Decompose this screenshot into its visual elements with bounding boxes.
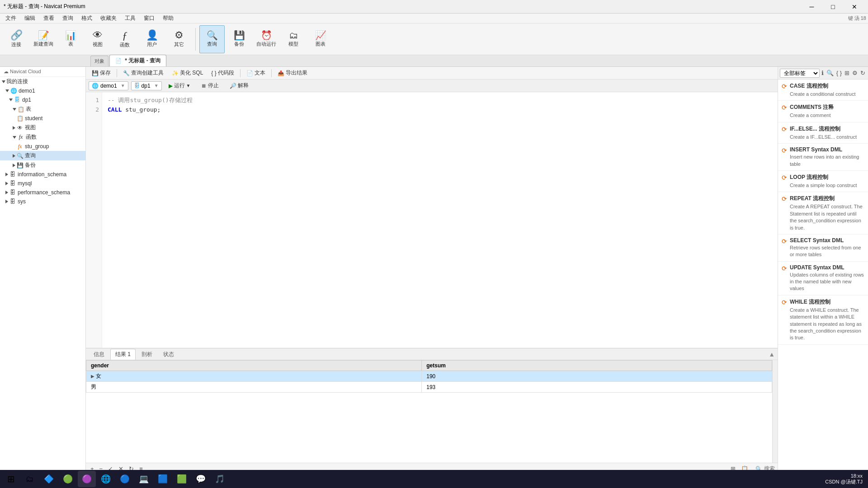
code-content[interactable]: -- 调用stu_group()存储过程 CALL stu_group; xyxy=(102,92,778,348)
taskbar-item2[interactable]: 🔷 xyxy=(40,471,58,487)
toolbar-other[interactable]: ⚙ 其它 xyxy=(166,25,192,53)
snippet-select[interactable]: ⟳ SELECT Syntax DML Retrieve rows select… xyxy=(778,235,868,262)
result-tab-profiling[interactable]: 剖析 xyxy=(137,349,157,360)
taskbar-item10[interactable]: 💬 xyxy=(192,471,210,487)
toolbar-view[interactable]: 👁 视图 xyxy=(85,25,110,53)
sidebar-info-schema[interactable]: 🗄 information_schema xyxy=(0,170,85,179)
toolbar-schedule[interactable]: ⏰ 自动运行 xyxy=(254,25,279,53)
taskbar-browser[interactable]: 🌐 xyxy=(97,471,115,487)
code-editor[interactable]: 1 2 -- 调用stu_group()存储过程 CALL stu_group; xyxy=(86,92,778,348)
taskbar-item7[interactable]: 💻 xyxy=(135,471,153,487)
close-button[interactable]: ✕ xyxy=(844,0,864,14)
taskbar-item8[interactable]: 🟦 xyxy=(154,471,172,487)
snippet-while[interactable]: ⟳ WHILE 流程控制 Create a WHILE construct. T… xyxy=(778,296,868,345)
run-button[interactable]: ▶ 运行 ▼ xyxy=(165,80,195,91)
result-scroll-up[interactable]: ▲ xyxy=(769,351,775,358)
snippet-info-while: WHILE 流程控制 Create a WHILE construct. The… xyxy=(790,298,864,342)
toolbar-connect[interactable]: 🔗 连接 xyxy=(4,25,29,53)
sidebar-table-group[interactable]: 📋 表 xyxy=(0,104,85,114)
tab-query[interactable]: 📄 * 无标题 - 查询 xyxy=(109,55,166,66)
result-tab-status[interactable]: 状态 xyxy=(158,349,179,360)
snippet-update[interactable]: ⟳ UPDATE Syntax DML Updates columns of e… xyxy=(778,262,868,296)
rp-grid-icon[interactable]: ⊞ xyxy=(844,69,850,77)
table-row[interactable]: ▶ 女190 xyxy=(86,371,772,382)
menu-file[interactable]: 文件 xyxy=(2,14,20,23)
snippet-button[interactable]: { } 代码段 xyxy=(208,68,237,78)
taskbar-item6[interactable]: 🔵 xyxy=(116,471,134,487)
snippet-filter-select[interactable]: 全部标签 xyxy=(780,69,820,78)
taskbar-item4[interactable]: 🟣 xyxy=(78,471,96,487)
menu-edit[interactable]: 编辑 xyxy=(21,14,39,23)
beautify-button[interactable]: ✨ 美化 SQL xyxy=(169,68,206,78)
taskbar-item3[interactable]: 🟢 xyxy=(59,471,77,487)
snippet-case[interactable]: ⟳ CASE 流程控制 Create a conditional constru… xyxy=(778,80,868,101)
text-button[interactable]: 📄 文本 xyxy=(243,68,269,78)
sidebar-views[interactable]: 👁 视图 xyxy=(0,123,85,132)
sidebar-dp1[interactable]: 🗄 dp1 xyxy=(0,95,85,104)
toolbar-user[interactable]: 👤 用户 xyxy=(139,25,165,53)
snippet-if-else[interactable]: ⟳ IF...ELSE... 流程控制 Create a IF...ELSE..… xyxy=(778,122,868,144)
toolbar-model[interactable]: 🗂 模型 xyxy=(281,25,306,53)
db-select[interactable]: 🌐 demo1 ▼ xyxy=(89,81,128,90)
toolbar-func[interactable]: ƒ 函数 xyxy=(112,25,137,53)
queries-label: 查询 xyxy=(25,152,36,160)
scroll-up-icon[interactable]: ▲ xyxy=(769,351,775,358)
taskbar-item9[interactable]: 🟩 xyxy=(173,471,191,487)
taskbar-start[interactable]: ⊞ xyxy=(2,471,20,487)
sidebar-student[interactable]: 📋 student xyxy=(0,114,85,123)
result-tab-result1[interactable]: 结果 1 xyxy=(110,349,136,360)
toolbar-new-query[interactable]: 📝 新建查询 xyxy=(31,25,56,53)
rp-settings-icon[interactable]: ⚙ xyxy=(851,69,859,77)
stop-button[interactable]: ⏹ 停止 xyxy=(197,80,223,91)
snippet-repeat[interactable]: ⟳ REPEAT 流程控制 Create A REPEAT construct.… xyxy=(778,192,868,235)
rp-refresh-icon[interactable]: ↻ xyxy=(859,69,866,77)
rp-search-icon[interactable]: 🔍 xyxy=(826,69,835,77)
toolbar-query[interactable]: 🔍 查询 xyxy=(199,25,225,53)
snippet-header-select: ⟳ SELECT Syntax DML Retrieve rows select… xyxy=(782,237,864,258)
menu-window[interactable]: 窗口 xyxy=(140,14,158,23)
sidebar-mysql[interactable]: 🗄 mysql xyxy=(0,179,85,188)
sidebar-queries[interactable]: 🔍 查询 xyxy=(0,151,85,160)
explain-button[interactable]: 🔎 解释 xyxy=(226,80,253,91)
sidebar-backups[interactable]: 💾 备份 xyxy=(0,160,85,170)
rp-info-icon[interactable]: ℹ xyxy=(821,69,825,77)
table-select[interactable]: 🗄 dp1 ▼ xyxy=(131,81,162,90)
export-button[interactable]: 📤 导出结果 xyxy=(274,68,311,78)
result-table-inner: gender getsum ▶ 女190 男193 xyxy=(86,360,772,463)
toolbar-chart[interactable]: 📈 图表 xyxy=(308,25,333,53)
snippet-desc-insert: Insert new rows into an existing table xyxy=(790,154,864,168)
sidebar-demo1[interactable]: 🌐 demo1 xyxy=(0,86,85,95)
query-builder-button[interactable]: 🔧 查询创建工具 xyxy=(120,68,167,78)
maximize-button[interactable]: □ xyxy=(823,0,843,14)
menu-query[interactable]: 查询 xyxy=(59,14,77,23)
toolbar-backup[interactable]: 💾 备份 xyxy=(226,25,252,53)
toolbar-table[interactable]: 📊 表 xyxy=(58,25,83,53)
sidebar-my-connections[interactable]: 我的连接 xyxy=(0,77,85,86)
sidebar-functions[interactable]: fx 函数 xyxy=(0,132,85,142)
menu-help[interactable]: 帮助 xyxy=(159,14,177,23)
result-tab-info[interactable]: 信息 xyxy=(89,349,109,360)
sidebar-stu-group[interactable]: fx stu_group xyxy=(0,142,85,151)
taskbar-navicat[interactable]: 🗂 xyxy=(21,471,39,487)
tabstrip: 对象 📄 * 无标题 - 查询 xyxy=(0,55,868,67)
content-area: 💾 保存 🔧 查询创建工具 ✨ 美化 SQL { } 代码段 📄 文本 xyxy=(86,67,778,474)
menu-format[interactable]: 格式 xyxy=(78,14,96,23)
sidebar-perf-schema[interactable]: 🗄 performance_schema xyxy=(0,188,85,197)
table-row[interactable]: 男193 xyxy=(86,382,772,393)
rp-brackets-icon[interactable]: { } xyxy=(835,69,843,77)
save-button[interactable]: 💾 保存 xyxy=(89,68,114,78)
sidebar-sys[interactable]: 🗄 sys xyxy=(0,197,85,206)
cell-gender: ▶ 女 xyxy=(86,371,422,382)
menu-tools[interactable]: 工具 xyxy=(121,14,139,23)
minimize-button[interactable]: ─ xyxy=(802,0,822,14)
backup-label: 备份 xyxy=(234,41,244,47)
snippet-loop[interactable]: ⟳ LOOP 流程控制 Create a simple loop constru… xyxy=(778,171,868,192)
taskbar-item11[interactable]: 🎵 xyxy=(211,471,229,487)
menu-favorites[interactable]: 收藏夹 xyxy=(97,14,120,23)
tab-objects[interactable]: 对象 xyxy=(90,56,108,66)
snippet-comments[interactable]: ⟳ COMMENTS 注释 Create a comment xyxy=(778,101,868,122)
snippet-insert[interactable]: ⟳ INSERT Syntax DML Insert new rows into… xyxy=(778,144,868,171)
menu-view[interactable]: 查看 xyxy=(40,14,58,23)
db-icon: 🌐 xyxy=(92,83,99,89)
result-scrollbar[interactable] xyxy=(772,360,778,463)
